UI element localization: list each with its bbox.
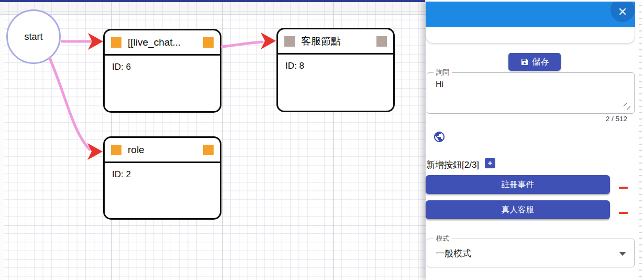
node-edit-panel: ✕ 儲存 詢問 Hi 2 / 512 新增按鈕[2/3] + 註冊事件 真人: [426, 0, 644, 280]
ask-field-label: 詢問: [434, 68, 452, 77]
node-live-chat[interactable]: [[live_chat... ID: 6: [103, 29, 221, 113]
char-counter: 2 / 512: [427, 115, 627, 123]
chevron-down-icon: [619, 252, 626, 256]
node-port-right[interactable]: [376, 36, 387, 47]
remove-button-minus-icon[interactable]: [619, 212, 628, 214]
node-header: [[live_chat...: [105, 30, 220, 56]
save-button[interactable]: 儲存: [508, 53, 561, 71]
node-id-label: ID: 8: [278, 55, 393, 78]
panel-scrollbar[interactable]: [636, 2, 644, 280]
save-floppy-icon: [520, 58, 529, 66]
node-port-right[interactable]: [203, 145, 214, 155]
ask-field-value: Hi: [436, 80, 443, 89]
close-button[interactable]: ✕: [610, 2, 635, 22]
node-port-left[interactable]: [284, 36, 295, 47]
app-window: start [[live_chat... ID: 6 客服節點 ID: 8: [0, 0, 644, 280]
flow-canvas[interactable]: start [[live_chat... ID: 6 客服節點 ID: 8: [0, 2, 426, 280]
button-live-agent[interactable]: 真人客服: [426, 200, 610, 219]
edge-start-to-role: [50, 58, 90, 149]
node-customer-service[interactable]: 客服節點 ID: 8: [276, 28, 395, 112]
node-id-label: ID: 2: [105, 163, 220, 186]
button-register-event[interactable]: 註冊事件: [426, 175, 610, 194]
panel-card-edge: [426, 27, 635, 44]
add-button-count-label: 新增按鈕[2/3]: [426, 159, 479, 171]
ask-textarea[interactable]: 詢問 Hi: [427, 72, 635, 114]
panel-header: ✕: [426, 2, 635, 27]
node-header: 客服節點: [278, 29, 393, 55]
edge-live-chat-to-cs: [222, 42, 262, 47]
textarea-resize-handle[interactable]: [624, 103, 630, 110]
globe-public-icon[interactable]: [433, 131, 446, 143]
node-title: [[live_chat...: [128, 37, 197, 48]
arrowhead-icon: [87, 143, 103, 160]
arrowhead-icon: [261, 33, 276, 49]
save-button-label: 儲存: [532, 57, 549, 68]
plus-icon: +: [488, 158, 493, 167]
canvas-top-band: [0, 2, 426, 15]
start-node-label: start: [24, 31, 42, 42]
node-id-label: ID: 6: [105, 56, 220, 79]
close-icon: ✕: [618, 6, 627, 18]
remove-button-minus-icon[interactable]: [619, 187, 628, 189]
node-role[interactable]: role ID: 2: [103, 136, 221, 220]
node-title: 客服節點: [301, 35, 370, 48]
canvas-left-gutter: [0, 2, 4, 280]
node-port-right[interactable]: [203, 37, 214, 48]
mode-field-value: 一般模式: [436, 247, 471, 260]
node-port-left[interactable]: [111, 37, 121, 48]
node-title: role: [128, 144, 197, 156]
arrowhead-icon: [88, 33, 103, 50]
mode-field-label: 模式: [434, 234, 452, 243]
node-port-left[interactable]: [111, 145, 121, 155]
mode-select[interactable]: 模式 一般模式: [427, 239, 635, 267]
add-button-plus-button[interactable]: +: [485, 158, 495, 168]
node-header: role: [105, 138, 220, 163]
start-node[interactable]: start: [6, 9, 61, 64]
